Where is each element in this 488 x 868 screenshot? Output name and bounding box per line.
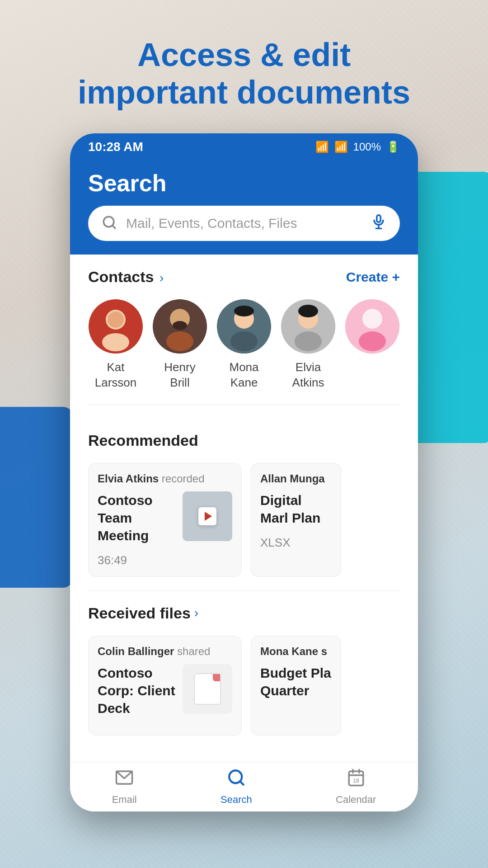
search-nav-icon	[227, 768, 246, 791]
svg-point-7	[102, 333, 129, 351]
headline-text: Access & edit important documents	[27, 36, 461, 111]
contacts-row: Kat Larsson Henry	[70, 295, 418, 404]
nav-label-email: Email	[112, 794, 137, 806]
search-header: Search Mail, Events, Contacts, Files	[70, 160, 418, 255]
nav-item-calendar[interactable]: 18 Calendar	[336, 768, 376, 806]
svg-point-16	[234, 306, 254, 316]
page-title: Search	[88, 170, 400, 197]
avatar	[345, 299, 399, 354]
wifi-icon: 📶	[315, 141, 329, 153]
avatar	[217, 299, 271, 354]
card-text-area: Budget Pla Quarter	[260, 664, 332, 699]
avatar-mona	[217, 299, 271, 354]
svg-point-11	[166, 331, 193, 351]
card-author: Mona Kane s	[260, 645, 332, 658]
nav-item-search[interactable]: Search	[221, 768, 252, 806]
rec-card-partial[interactable]: Allan Munga Digital Marl Plan XLSX	[251, 463, 341, 577]
avatar-elvia	[281, 299, 335, 354]
nav-label-calendar: Calendar	[336, 794, 376, 806]
contact-last-name: Larsson	[95, 375, 137, 391]
mic-icon[interactable]	[371, 214, 386, 233]
status-time: 10:28 AM	[88, 140, 143, 154]
svg-point-8	[108, 311, 124, 328]
svg-point-12	[173, 321, 187, 330]
svg-point-20	[298, 305, 318, 317]
battery-label: 100%	[353, 141, 381, 153]
contact-last-name: Kane	[230, 375, 258, 391]
contact-item[interactable]	[340, 299, 404, 391]
received-files-section: Received files › Colin Ballinger shared …	[70, 591, 418, 749]
card-title: Contoso Corp: Client Deck	[98, 664, 176, 717]
card-author: Elvia Atkins recorded	[98, 472, 232, 485]
svg-line-26	[240, 781, 244, 785]
file-icon-corner	[213, 674, 220, 681]
contacts-arrow-icon[interactable]: ›	[160, 271, 164, 285]
received-files-title: Received files	[88, 604, 191, 622]
card-author-name: Colin Ballinger	[98, 645, 174, 657]
email-nav-icon	[115, 768, 134, 791]
contact-item[interactable]: Mona Kane	[212, 299, 276, 391]
content-area: Contacts › Create +	[70, 255, 418, 793]
card-thumbnail	[183, 491, 232, 541]
card-content: Contoso Team Meeting 36:49	[98, 491, 232, 567]
contacts-title: Contacts ›	[88, 268, 164, 286]
headline-line1: Access & edit	[137, 37, 351, 73]
card-author-name: Mona Kane s	[260, 645, 327, 657]
bg-decoration-left	[0, 407, 72, 588]
card-author: Allan Munga	[260, 472, 332, 485]
headline-line2: important documents	[78, 74, 410, 110]
contact-item[interactable]: Kat Larsson	[84, 299, 148, 391]
file-icon	[194, 673, 221, 705]
calendar-nav-icon: 18	[347, 768, 366, 791]
file-card-partial[interactable]: Mona Kane s Budget Pla Quarter	[251, 636, 341, 736]
status-icons: 📶 📶 100% 🔋	[315, 141, 400, 153]
card-author: Colin Ballinger shared	[98, 645, 232, 658]
search-bar[interactable]: Mail, Events, Contacts, Files	[88, 206, 400, 241]
recommended-header: Recommended	[70, 418, 418, 458]
received-files-header: Received files ›	[70, 600, 418, 631]
contact-first-name: Kat	[107, 360, 124, 375]
recommended-section: Recommended Elvia Atkins recorded Contos…	[70, 405, 418, 590]
bottom-navigation: Email Search 18 Calendar	[70, 762, 418, 811]
search-input[interactable]: Mail, Events, Contacts, Files	[126, 216, 362, 231]
recommended-title: Recommended	[88, 432, 198, 449]
file-card[interactable]: Colin Ballinger shared Contoso Corp: Cli…	[88, 636, 242, 736]
avatar-kat	[89, 299, 143, 354]
file-thumbnail	[183, 664, 232, 714]
avatar-partial	[345, 299, 399, 354]
headline-area: Access & edit important documents	[0, 36, 488, 111]
rec-card[interactable]: Elvia Atkins recorded Contoso Team Meeti…	[88, 463, 242, 577]
create-plus-icon: +	[392, 269, 400, 284]
received-cards-row: Colin Ballinger shared Contoso Corp: Cli…	[70, 631, 418, 745]
contact-last-name: Atkins	[292, 375, 324, 391]
card-title: Budget Pla Quarter	[260, 664, 332, 699]
nav-label-search: Search	[221, 794, 252, 806]
create-button[interactable]: Create +	[346, 269, 400, 285]
card-title: Contoso Team Meeting	[98, 491, 176, 544]
card-title: Digital Marl Plan	[260, 491, 332, 527]
phone-frame: 10:28 AM 📶 📶 100% 🔋 Search Mail, Events,…	[70, 133, 418, 811]
contact-last-name: Brill	[170, 375, 189, 391]
card-text-area: Digital Marl Plan XLSX	[260, 491, 332, 550]
svg-point-22	[362, 309, 382, 329]
card-content: Contoso Corp: Client Deck	[98, 664, 232, 726]
status-bar: 10:28 AM 📶 📶 100% 🔋	[70, 133, 418, 160]
avatar	[281, 299, 335, 354]
svg-point-15	[230, 331, 258, 351]
avatar	[89, 299, 143, 354]
nav-item-email[interactable]: Email	[112, 768, 137, 806]
card-meta: XLSX	[260, 536, 332, 550]
received-files-arrow-icon[interactable]: ›	[194, 606, 198, 620]
card-text-area: Contoso Team Meeting 36:49	[98, 491, 176, 567]
contact-first-name: Elvia	[296, 360, 321, 375]
card-text-area: Contoso Corp: Client Deck	[98, 664, 176, 726]
battery-icon: 🔋	[386, 141, 400, 153]
contact-item[interactable]: Henry Brill	[148, 299, 212, 391]
card-author-name: Elvia Atkins	[98, 472, 159, 485]
avatar	[153, 299, 207, 354]
play-triangle-icon	[205, 512, 212, 521]
contact-item[interactable]: Elvia Atkins	[276, 299, 340, 391]
card-meta: 36:49	[98, 553, 176, 567]
play-icon	[198, 507, 216, 525]
contacts-section-header: Contacts › Create +	[70, 255, 418, 295]
